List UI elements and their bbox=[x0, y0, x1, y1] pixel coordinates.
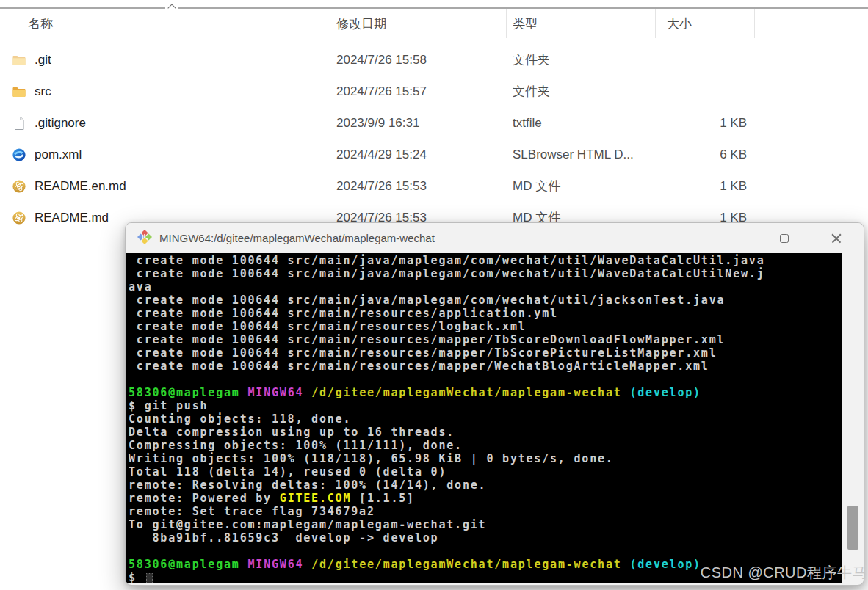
file-row[interactable]: pom.xml 2024/4/29 15:24 SLBrowser HTML D… bbox=[0, 139, 868, 170]
mdfile-icon bbox=[12, 211, 26, 225]
maximize-button[interactable] bbox=[767, 223, 801, 253]
textfile-icon bbox=[12, 116, 26, 131]
terminal-line: create mode 100644 src/main/resources/lo… bbox=[129, 320, 842, 333]
file-list: .git 2024/7/26 15:58 文件夹 src 2024/7/26 1… bbox=[0, 44, 868, 233]
slbrowser-icon bbox=[12, 148, 26, 162]
terminal-line: 58306@maplegam MINGW64 /d/gitee/maplegam… bbox=[129, 386, 842, 399]
file-date: 2024/7/26 15:53 bbox=[328, 179, 507, 194]
column-header-size[interactable]: 大小 bbox=[656, 9, 755, 38]
mdfile-icon bbox=[12, 179, 26, 194]
file-row[interactable]: src 2024/7/26 15:57 文件夹 bbox=[0, 76, 868, 107]
terminal-line: 8ba91bf..81659c3 develop -> develop bbox=[129, 531, 842, 545]
terminal-line: Counting objects: 118, done. bbox=[129, 412, 842, 426]
folder-icon bbox=[12, 84, 26, 99]
git-bash-icon bbox=[137, 229, 153, 248]
csdn-watermark: CSDN @CRUD程序牛马 bbox=[701, 563, 867, 583]
minimize-button[interactable] bbox=[715, 223, 749, 253]
terminal-line: remote: Powered by GITEE.COM [1.1.5] bbox=[129, 492, 842, 505]
file-name: .git bbox=[35, 53, 51, 68]
terminal-console[interactable]: create mode 100644 src/main/java/maplega… bbox=[126, 253, 842, 583]
file-type: 文件夹 bbox=[507, 83, 656, 100]
file-type: 文件夹 bbox=[507, 51, 656, 68]
file-name: README.md bbox=[35, 211, 109, 225]
file-type: SLBrowser HTML D... bbox=[507, 148, 656, 162]
terminal-title: MINGW64:/d/gitee/maplegamWechat/maplegam… bbox=[159, 232, 435, 244]
file-size: 1 KB bbox=[656, 179, 755, 194]
file-row[interactable]: README.en.md 2024/7/26 15:53 MD 文件 1 KB bbox=[0, 170, 868, 202]
terminal-line: To git@gitee.com:maplegam/maplegam-wecha… bbox=[129, 518, 842, 531]
file-row[interactable]: .git 2024/7/26 15:58 文件夹 bbox=[0, 44, 868, 76]
file-type: MD 文件 bbox=[507, 178, 656, 194]
column-headers: 名称 修改日期 类型 大小 bbox=[0, 8, 868, 39]
terminal-line: $ git push bbox=[129, 399, 842, 412]
terminal-line: create mode 100644 src/main/resources/ma… bbox=[129, 346, 842, 360]
terminal-line: create mode 100644 src/main/resources/ma… bbox=[129, 333, 842, 346]
column-header-spacer bbox=[755, 9, 868, 38]
close-icon bbox=[831, 233, 842, 244]
terminal-line: Total 118 (delta 14), reused 0 (delta 0) bbox=[129, 465, 842, 478]
terminal-line: create mode 100644 src/main/java/maplega… bbox=[129, 267, 842, 280]
file-name: .gitignore bbox=[35, 116, 86, 131]
file-date: 2024/7/26 15:58 bbox=[328, 53, 507, 68]
file-name: pom.xml bbox=[35, 148, 82, 162]
file-name: README.en.md bbox=[35, 179, 126, 194]
terminal-line: remote: Resolving deltas: 100% (14/14), … bbox=[129, 478, 842, 492]
file-row[interactable]: .gitignore 2023/9/9 16:31 txtfile 1 KB bbox=[0, 107, 868, 139]
terminal-cursor bbox=[146, 573, 153, 583]
file-date: 2024/7/26 15:57 bbox=[328, 84, 507, 99]
scrollbar-thumb[interactable] bbox=[847, 506, 858, 550]
file-date: 2024/4/29 15:24 bbox=[328, 148, 507, 162]
terminal-line: Compressing objects: 100% (111/111), don… bbox=[129, 439, 842, 452]
folder-icon bbox=[12, 53, 26, 68]
column-header-type[interactable]: 类型 bbox=[507, 9, 656, 38]
terminal-line: Writing objects: 100% (118/118), 65.98 K… bbox=[129, 452, 842, 465]
file-size: 6 KB bbox=[656, 148, 755, 162]
terminal-line: create mode 100644 src/main/resources/ap… bbox=[129, 307, 842, 320]
terminal-line: create mode 100644 src/main/resources/ma… bbox=[129, 360, 842, 373]
file-size: 1 KB bbox=[656, 116, 755, 131]
terminal-line bbox=[129, 545, 842, 558]
terminal-window: MINGW64:/d/gitee/maplegamWechat/maplegam… bbox=[125, 222, 864, 586]
terminal-line: Delta compression using up to 16 threads… bbox=[129, 426, 842, 439]
column-header-name[interactable]: 名称 bbox=[0, 9, 328, 38]
file-type: txtfile bbox=[507, 116, 656, 131]
terminal-line bbox=[129, 373, 842, 386]
column-header-date-modified[interactable]: 修改日期 bbox=[328, 9, 507, 38]
window-controls bbox=[715, 223, 853, 253]
file-date: 2023/9/9 16:31 bbox=[328, 116, 507, 131]
terminal-line: create mode 100644 src/main/java/maplega… bbox=[129, 294, 842, 307]
terminal-scrollbar-track[interactable] bbox=[842, 253, 864, 583]
terminal-line: remote: Set trace flag 734679a2 bbox=[129, 505, 842, 518]
close-button[interactable] bbox=[820, 223, 853, 253]
terminal-titlebar[interactable]: MINGW64:/d/gitee/maplegamWechat/maplegam… bbox=[126, 223, 864, 253]
minimize-icon bbox=[728, 238, 737, 239]
terminal-line: ava bbox=[129, 280, 842, 294]
maximize-icon bbox=[780, 234, 789, 243]
terminal-line: create mode 100644 src/main/java/maplega… bbox=[129, 254, 842, 267]
file-name: src bbox=[35, 84, 51, 99]
